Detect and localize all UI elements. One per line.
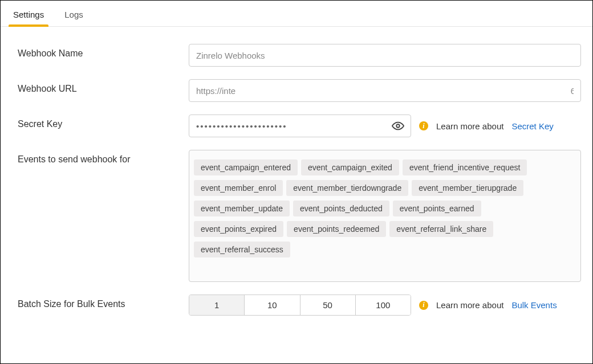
app-frame: Settings Logs Webhook Name Webhook URL S… xyxy=(0,0,593,364)
event-chip[interactable]: event_points_redeemed xyxy=(287,221,386,237)
label-webhook-url: Webhook URL xyxy=(18,79,177,94)
label-secret-key: Secret Key xyxy=(18,114,177,129)
info-icon: i xyxy=(419,121,428,130)
event-chip[interactable]: event_member_update xyxy=(194,201,290,216)
event-chip[interactable]: event_member_tierdowngrade xyxy=(286,180,408,196)
form-content: Webhook Name Webhook URL Secret Key xyxy=(1,27,592,340)
event-chip[interactable]: event_member_enrol xyxy=(194,180,283,196)
row-webhook-url: Webhook URL xyxy=(18,79,581,102)
svg-point-0 xyxy=(396,124,400,128)
label-webhook-name: Webhook Name xyxy=(18,44,177,59)
events-scroll[interactable]: event_campaign_enteredevent_campaign_exi… xyxy=(189,150,580,271)
batch-size-option[interactable]: 100 xyxy=(356,295,411,315)
tab-logs[interactable]: Logs xyxy=(63,6,84,26)
input-webhook-name[interactable] xyxy=(189,44,581,67)
event-chip[interactable]: event_campaign_entered xyxy=(194,159,298,175)
row-secret-key: Secret Key i Learn more about Secret Key xyxy=(18,114,581,137)
event-chip[interactable]: event_member_tierupgrade xyxy=(412,180,523,196)
bulk-events-learn-link[interactable]: Bulk Events xyxy=(511,300,557,310)
row-batch-size: Batch Size for Bulk Events 11050100 i Le… xyxy=(18,295,581,316)
label-events: Events to send webhook for xyxy=(18,150,177,165)
batch-learn-text: Learn more about xyxy=(436,300,503,310)
event-chip[interactable]: event_points_earned xyxy=(393,201,481,216)
event-chip[interactable]: event_friend_incentive_request xyxy=(403,159,527,175)
event-chip[interactable]: event_campaign_exited xyxy=(301,159,399,175)
events-box: event_campaign_enteredevent_campaign_exi… xyxy=(189,150,581,282)
label-batch-size: Batch Size for Bulk Events xyxy=(18,295,177,309)
tab-settings[interactable]: Settings xyxy=(12,6,45,26)
batch-size-option[interactable]: 50 xyxy=(300,295,356,315)
eye-icon xyxy=(392,120,404,132)
batch-size-option[interactable]: 10 xyxy=(245,295,300,315)
event-chip[interactable]: event_referral_success xyxy=(194,242,290,257)
batch-size-option[interactable]: 1 xyxy=(189,295,245,315)
input-webhook-url[interactable] xyxy=(189,79,581,102)
event-chip[interactable]: event_points_deducted xyxy=(293,201,389,216)
secret-learn-text: Learn more about xyxy=(436,121,503,131)
secret-key-learn-link[interactable]: Secret Key xyxy=(511,121,553,131)
events-horizontal-scrollbar[interactable] xyxy=(189,271,580,281)
input-secret-key[interactable] xyxy=(189,114,411,137)
toggle-secret-visibility-button[interactable] xyxy=(389,117,407,134)
event-chip[interactable]: event_referral_link_share xyxy=(389,221,493,237)
tab-bar: Settings Logs xyxy=(1,1,592,27)
info-icon: i xyxy=(419,301,428,310)
event-chip[interactable]: event_points_expired xyxy=(194,221,283,237)
batch-size-segmented: 11050100 xyxy=(189,295,411,316)
row-events: Events to send webhook for event_campaig… xyxy=(18,150,581,282)
row-webhook-name: Webhook Name xyxy=(18,44,581,67)
